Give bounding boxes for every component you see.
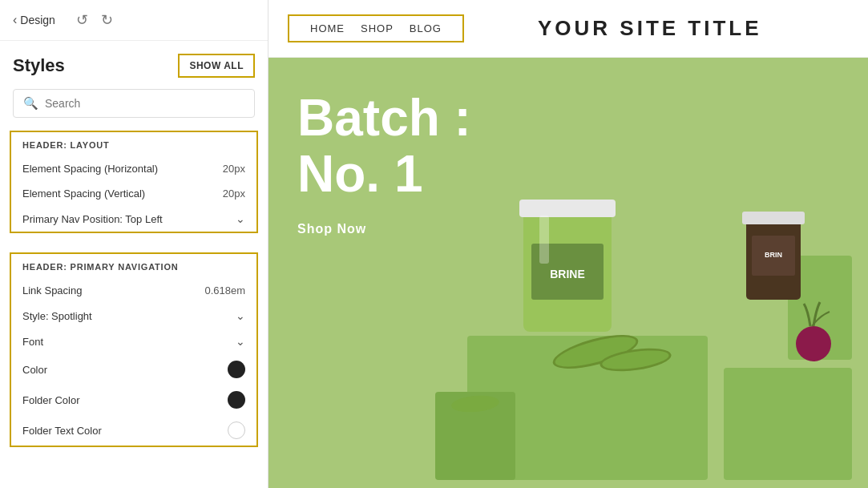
search-bar: 🔍	[13, 89, 255, 118]
site-header-preview: HOME SHOP BLOG YOUR SITE TITLE	[268, 0, 868, 58]
header-layout-title: HEADER: LAYOUT	[11, 132, 256, 156]
redo-icon: ↻	[101, 12, 113, 28]
element-spacing-vertical-row: Element Spacing (Vertical) 20px	[11, 181, 256, 206]
element-spacing-horizontal-label: Element Spacing (Horizontal)	[22, 163, 158, 175]
color-row: Color	[11, 354, 256, 385]
primary-nav-position-row[interactable]: Primary Nav Position: Top Left ⌄	[11, 206, 256, 232]
svg-text:BRINE: BRINE	[550, 268, 585, 280]
chevron-down-icon: ⌄	[236, 212, 245, 225]
toolbar-icons: ↺ ↻	[75, 10, 115, 30]
color-swatch[interactable]	[228, 361, 245, 378]
chevron-down-icon-2: ⌄	[236, 309, 245, 322]
site-title: YOUR SITE TITLE	[538, 16, 762, 41]
styles-header: Styles SHOW ALL	[0, 41, 268, 86]
primary-nav-position-label: Primary Nav Position: Top Left	[22, 213, 163, 225]
styles-content: HEADER: LAYOUT Element Spacing (Horizont…	[0, 127, 268, 488]
folder-text-color-swatch[interactable]	[228, 421, 245, 439]
hero-heading: Batch : No. 1	[297, 90, 471, 203]
top-bar: ‹ Design ↺ ↻	[0, 0, 268, 41]
chevron-down-icon-3: ⌄	[236, 335, 245, 348]
nav-box: HOME SHOP BLOG	[288, 14, 464, 42]
header-layout-section: HEADER: LAYOUT Element Spacing (Horizont…	[10, 131, 258, 233]
back-label: Design	[20, 14, 55, 26]
nav-link-home[interactable]: HOME	[310, 22, 345, 34]
style-spotlight-row[interactable]: Style: Spotlight ⌄	[11, 303, 256, 329]
undo-icon: ↺	[76, 12, 88, 28]
folder-color-swatch[interactable]	[228, 391, 245, 409]
color-label: Color	[22, 364, 47, 376]
svg-text:BRIN: BRIN	[765, 251, 782, 259]
element-spacing-horizontal-value: 20px	[223, 163, 245, 175]
link-spacing-value: 0.618em	[204, 284, 245, 296]
folder-color-row: Folder Color	[11, 385, 256, 415]
link-spacing-label: Link Spacing	[22, 284, 82, 296]
hero-area: Batch : No. 1 Shop Now BRINE	[268, 58, 868, 488]
shop-now-button[interactable]: Shop Now	[297, 222, 366, 236]
svg-rect-10	[742, 212, 805, 224]
nav-link-shop[interactable]: SHOP	[361, 22, 394, 34]
svg-rect-5	[519, 200, 616, 217]
chevron-left-icon: ‹	[13, 13, 17, 27]
svg-rect-8	[539, 216, 549, 264]
hero-content: Batch : No. 1 Shop Now	[297, 90, 471, 236]
folder-text-color-row: Folder Text Color	[11, 415, 256, 446]
link-spacing-row: Link Spacing 0.618em	[11, 278, 256, 303]
font-row[interactable]: Font ⌄	[11, 329, 256, 354]
element-spacing-horizontal-row: Element Spacing (Horizontal) 20px	[11, 156, 256, 181]
folder-text-color-label: Folder Text Color	[22, 425, 102, 437]
folder-color-label: Folder Color	[22, 394, 80, 406]
left-panel: ‹ Design ↺ ↻ Styles SHOW ALL 🔍 HEADER: L…	[0, 0, 268, 488]
hero-heading-line2: No. 1	[297, 145, 422, 203]
nav-link-blog[interactable]: BLOG	[410, 22, 442, 34]
style-spotlight-label: Style: Spotlight	[22, 310, 92, 322]
undo-button[interactable]: ↺	[75, 10, 90, 30]
search-icon: 🔍	[23, 96, 38, 111]
hero-heading-line1: Batch :	[297, 89, 471, 147]
styles-title: Styles	[13, 55, 65, 76]
font-label: Font	[22, 336, 43, 348]
search-input[interactable]	[45, 97, 244, 110]
header-primary-nav-title: HEADER: PRIMARY NAVIGATION	[11, 254, 256, 278]
show-all-button[interactable]: SHOW ALL	[178, 54, 255, 78]
header-primary-nav-section: HEADER: PRIMARY NAVIGATION Link Spacing …	[10, 252, 258, 447]
svg-point-13	[796, 326, 831, 361]
section-divider	[0, 240, 268, 249]
back-button[interactable]: ‹ Design	[13, 13, 55, 27]
right-panel: HOME SHOP BLOG YOUR SITE TITLE Batch : N…	[268, 0, 868, 488]
element-spacing-vertical-label: Element Spacing (Vertical)	[22, 188, 145, 200]
svg-rect-1	[724, 368, 852, 480]
element-spacing-vertical-value: 20px	[223, 188, 245, 200]
redo-button[interactable]: ↻	[99, 10, 115, 30]
